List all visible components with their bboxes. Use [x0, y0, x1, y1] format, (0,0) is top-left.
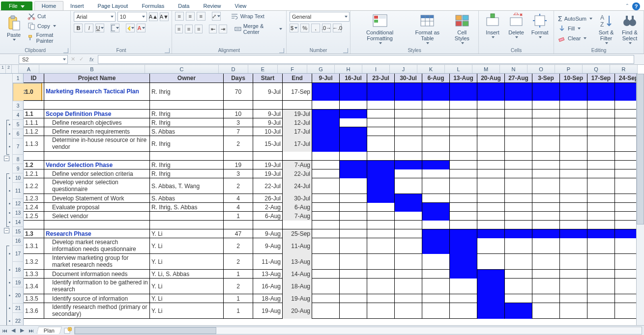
cell[interactable] [283, 152, 312, 161]
cell[interactable] [253, 101, 283, 110]
cell[interactable] [395, 178, 422, 194]
row-header[interactable]: 21 [13, 304, 24, 313]
cell[interactable]: 2 [224, 238, 253, 254]
dialog-launcher-icon[interactable] [63, 48, 68, 53]
cell[interactable]: 3 [224, 118, 253, 127]
cell[interactable] [450, 270, 477, 279]
cell[interactable]: 15-Jul [253, 136, 283, 152]
col-header-L[interactable]: L [445, 65, 472, 73]
cell[interactable]: 1.2.4 [24, 203, 44, 212]
cell[interactable] [312, 212, 340, 221]
cell[interactable] [532, 178, 560, 194]
cell[interactable] [395, 221, 422, 229]
col-header-B[interactable]: B [39, 65, 145, 73]
cell[interactable]: 1.1.1 [24, 118, 44, 127]
cell[interactable]: 9-Jul [253, 83, 283, 101]
cell[interactable] [340, 161, 367, 169]
dialog-launcher-icon[interactable] [343, 48, 348, 53]
cell[interactable]: 9-Aug [253, 229, 283, 238]
cell[interactable] [224, 152, 253, 161]
cell[interactable] [395, 203, 422, 212]
cell[interactable]: Y. Li [150, 279, 224, 294]
row-header[interactable]: 20 [13, 287, 24, 304]
name-box[interactable]: S2 [19, 55, 68, 64]
cell[interactable] [532, 303, 560, 319]
cell[interactable] [395, 238, 422, 254]
cell[interactable]: 16-Aug [253, 279, 283, 294]
cell[interactable] [395, 194, 422, 203]
cell[interactable] [532, 270, 560, 279]
cell[interactable] [477, 203, 505, 212]
cell[interactable] [450, 212, 477, 221]
row-header[interactable]: 4 [13, 111, 24, 120]
cell[interactable] [532, 101, 560, 110]
cell[interactable] [505, 294, 532, 303]
row-headers[interactable]: 12345678910111213141516171819202122 [13, 74, 24, 325]
cell[interactable] [532, 118, 560, 127]
cell[interactable]: 1.2.1 [24, 169, 44, 178]
cell[interactable] [312, 136, 340, 152]
cell[interactable] [450, 238, 477, 254]
cell[interactable] [340, 238, 367, 254]
clear-button[interactable]: Clear [557, 34, 593, 43]
cell[interactable]: 2 [224, 178, 253, 194]
cell[interactable] [560, 203, 587, 212]
header-cell[interactable]: 16-Jul [340, 74, 367, 83]
cell[interactable] [340, 270, 367, 279]
cell[interactable]: Determine in-house resource or hire vend… [44, 136, 150, 152]
cell[interactable] [505, 178, 532, 194]
header-cell[interactable]: 30-Jul [395, 74, 422, 83]
cell[interactable]: 6-Aug [253, 212, 283, 221]
cell[interactable] [477, 212, 505, 221]
row-header[interactable]: 10 [13, 173, 24, 183]
tab-formulas[interactable]: Formulas [135, 1, 171, 10]
cell[interactable] [450, 178, 477, 194]
cell[interactable] [422, 294, 450, 303]
cell[interactable] [44, 221, 150, 229]
cell[interactable]: 1.3.3 [24, 270, 44, 279]
cell[interactable] [560, 101, 587, 110]
cell[interactable] [312, 161, 340, 169]
cell[interactable]: R. Ihrig [150, 136, 224, 152]
cell[interactable] [395, 229, 422, 238]
autosum-button[interactable]: ΣAutoSum [557, 14, 593, 23]
vertical-scrollbar[interactable] [636, 74, 644, 325]
cell[interactable] [450, 203, 477, 212]
font-size-select[interactable]: 10 [117, 12, 147, 22]
align-left-button[interactable]: ≡ [175, 25, 183, 33]
cell[interactable] [587, 161, 615, 169]
cell[interactable] [422, 152, 450, 161]
increase-indent-button[interactable]: ⇥ [219, 25, 227, 33]
cell[interactable]: 1.2.3 [24, 194, 44, 203]
col-header-M[interactable]: M [472, 65, 500, 73]
cell[interactable] [450, 279, 477, 294]
format-as-table-button[interactable]: Format as Table [408, 12, 446, 45]
cell[interactable]: 10-Jul [253, 127, 283, 136]
cell[interactable] [505, 203, 532, 212]
cell[interactable] [395, 294, 422, 303]
cell[interactable] [367, 270, 395, 279]
cell[interactable] [450, 127, 477, 136]
cell[interactable]: 13-Aug [283, 254, 312, 270]
cell[interactable]: 1.0 [24, 83, 44, 101]
currency-button[interactable]: $ [290, 24, 298, 32]
fx-icon[interactable]: fx [86, 56, 98, 62]
cell[interactable] [587, 294, 615, 303]
dialog-launcher-icon[interactable] [279, 48, 284, 53]
cell[interactable]: Research Phase [44, 229, 150, 238]
cell[interactable] [587, 254, 615, 270]
cell[interactable] [312, 229, 340, 238]
cell[interactable] [587, 229, 615, 238]
cell[interactable] [395, 279, 422, 294]
cell[interactable] [560, 212, 587, 221]
cell[interactable] [532, 229, 560, 238]
cell[interactable]: 19 [224, 161, 253, 169]
align-center-button[interactable]: ≡ [185, 25, 193, 33]
align-right-button[interactable]: ≡ [195, 25, 203, 33]
outline-collapse[interactable]: – [4, 156, 9, 161]
header-cell[interactable]: Start [253, 74, 283, 83]
percent-button[interactable]: % [300, 24, 309, 32]
cell[interactable] [312, 110, 340, 118]
col-header-H[interactable]: H [335, 65, 362, 73]
cell[interactable]: 22-Jul [283, 169, 312, 178]
